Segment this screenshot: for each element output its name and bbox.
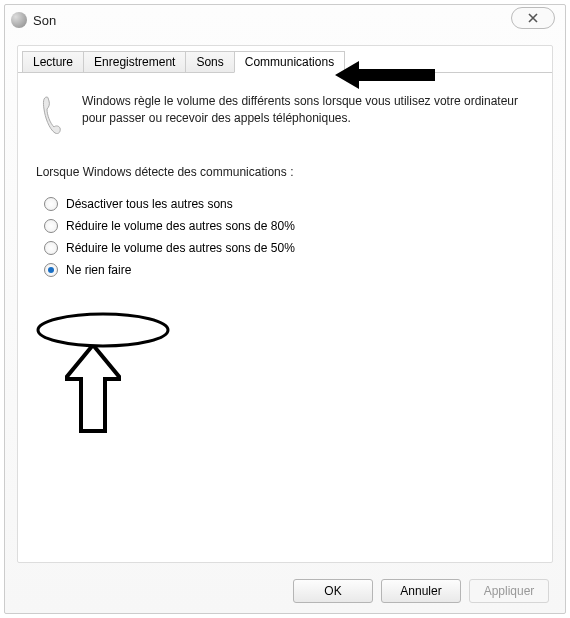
radio-option-reduce-80[interactable]: Réduire le volume des autres sons de 80%	[44, 219, 534, 233]
cancel-button[interactable]: Annuler	[381, 579, 461, 603]
apply-button: Appliquer	[469, 579, 549, 603]
tab-sons[interactable]: Sons	[185, 51, 234, 73]
sound-icon	[11, 12, 27, 28]
titlebar: Son	[5, 5, 565, 35]
close-button[interactable]	[511, 7, 555, 29]
radio-label: Réduire le volume des autres sons de 80%	[66, 219, 295, 233]
radio-icon	[44, 197, 58, 211]
radio-option-reduce-50[interactable]: Réduire le volume des autres sons de 50%	[44, 241, 534, 255]
ok-button[interactable]: OK	[293, 579, 373, 603]
radio-label: Ne rien faire	[66, 263, 131, 277]
radio-icon	[44, 219, 58, 233]
sound-dialog: Son Lecture Enregistrement Sons Communic…	[4, 4, 566, 614]
subtitle: Lorsque Windows détecte des communicatio…	[36, 165, 534, 179]
tab-enregistrement[interactable]: Enregistrement	[83, 51, 186, 73]
window-title: Son	[33, 13, 56, 28]
tab-communications[interactable]: Communications	[234, 51, 345, 73]
radio-icon	[44, 263, 58, 277]
phone-icon	[36, 95, 68, 135]
close-icon	[527, 12, 539, 24]
description-text: Windows règle le volume des différents s…	[82, 93, 534, 135]
radio-label: Désactiver tous les autres sons	[66, 197, 233, 211]
tab-strip: Lecture Enregistrement Sons Communicatio…	[18, 50, 552, 72]
radio-group: Désactiver tous les autres sons Réduire …	[36, 197, 534, 277]
content-area: Lecture Enregistrement Sons Communicatio…	[17, 45, 553, 563]
radio-icon	[44, 241, 58, 255]
radio-option-do-nothing[interactable]: Ne rien faire	[44, 263, 534, 277]
description-row: Windows règle le volume des différents s…	[36, 93, 534, 135]
tab-panel-communications: Windows règle le volume des différents s…	[18, 72, 552, 552]
tab-lecture[interactable]: Lecture	[22, 51, 84, 73]
radio-label: Réduire le volume des autres sons de 50%	[66, 241, 295, 255]
radio-option-mute[interactable]: Désactiver tous les autres sons	[44, 197, 534, 211]
dialog-buttons: OK Annuler Appliquer	[293, 579, 549, 603]
